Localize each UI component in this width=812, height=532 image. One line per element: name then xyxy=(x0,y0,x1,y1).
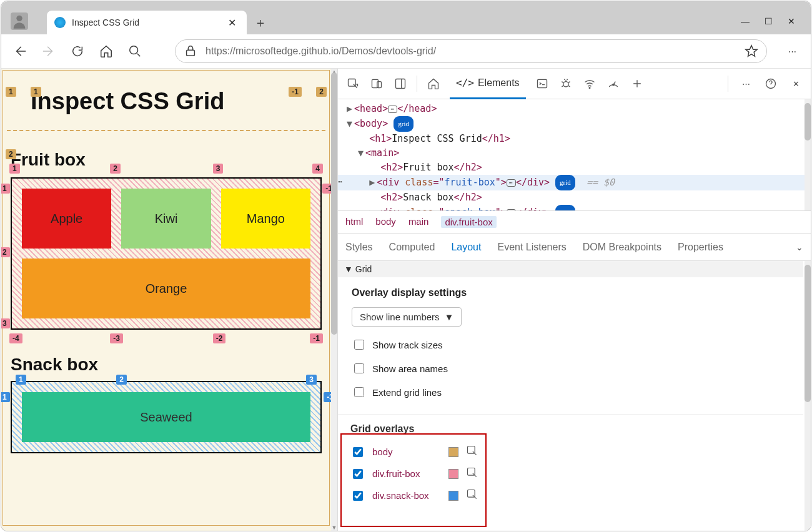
fruit-col-marker: -3 xyxy=(110,333,123,343)
fruit-col-marker: -1 xyxy=(310,333,323,343)
new-tab-button[interactable]: ＋ xyxy=(250,12,271,33)
maximize-icon[interactable]: ☐ xyxy=(765,16,773,26)
crumb-item[interactable]: body xyxy=(375,216,396,228)
inspect-element-icon[interactable] xyxy=(345,76,360,91)
svg-point-0 xyxy=(16,15,22,21)
crumb-item-selected[interactable]: div.fruit-box xyxy=(441,216,496,228)
dock-side-icon[interactable] xyxy=(393,76,408,91)
sidebar-panes: Styles Computed Layout Event Listeners D… xyxy=(338,234,811,261)
nav-bar: https://microsoftedge.github.io/Demos/de… xyxy=(1,34,811,69)
rendered-page: 1 1 -1 2 Inspect CSS Grid 2 Fruit box 1 … xyxy=(1,69,331,531)
overlay-checkbox[interactable] xyxy=(353,469,363,479)
profile-avatar-icon[interactable] xyxy=(11,12,28,30)
pane-properties[interactable]: Properties xyxy=(678,242,723,253)
close-window-icon[interactable]: ✕ xyxy=(788,16,795,26)
overlay-item-fruit: div.fruit-box xyxy=(350,463,791,485)
crumb-item[interactable]: main xyxy=(408,216,429,228)
reveal-element-icon[interactable] xyxy=(466,488,478,503)
chevron-down-icon[interactable]: ⌄ xyxy=(796,242,803,252)
menu-icon[interactable]: ⋯ xyxy=(785,44,800,59)
browser-tab[interactable]: Inspect CSS Grid ✕ xyxy=(47,11,247,34)
snack-row-marker: -3 xyxy=(324,392,331,402)
more-tabs-icon[interactable] xyxy=(630,76,645,91)
dom-tree[interactable]: ▶<head>⋯</head> ▼<body> grid <h1>Inspect… xyxy=(338,99,811,210)
settings-dots-icon[interactable]: ⋯ xyxy=(738,76,753,91)
pane-computed[interactable]: Computed xyxy=(389,242,435,253)
pane-styles[interactable]: Styles xyxy=(345,242,373,253)
favorite-star-icon[interactable] xyxy=(744,44,759,59)
body-row-marker: 2 xyxy=(6,149,16,159)
devtools-panel: </> Elements ⋯ ✕ ▶<head>⋯</head> ▼<bod xyxy=(337,69,811,531)
body-grid-line xyxy=(7,130,325,131)
check-area-names[interactable]: Show area names xyxy=(352,357,790,380)
body-col-marker: 1 xyxy=(6,87,16,97)
reveal-element-icon[interactable] xyxy=(466,466,478,481)
overlay-color-swatch[interactable] xyxy=(448,491,458,501)
snack-grid: Seaweed xyxy=(11,381,322,453)
network-icon[interactable] xyxy=(582,76,597,91)
elements-tab[interactable]: </> Elements xyxy=(450,69,526,99)
svg-point-10 xyxy=(612,84,614,86)
fruit-col-marker: -2 xyxy=(213,333,226,343)
device-toggle-icon[interactable] xyxy=(369,76,384,91)
fruit-mango: Mango xyxy=(221,189,310,249)
fruit-orange: Orange xyxy=(22,259,310,318)
sources-bug-icon[interactable] xyxy=(558,76,573,91)
body-col-marker: 2 xyxy=(316,87,327,97)
home-icon[interactable] xyxy=(99,44,114,59)
page-scrollbar[interactable]: ▲ ▼ xyxy=(331,69,337,531)
fruit-col-marker: 2 xyxy=(110,164,121,174)
address-bar[interactable]: https://microsoftedge.github.io/Demos/de… xyxy=(175,39,767,63)
overlay-settings-heading: Overlay display settings xyxy=(352,287,790,298)
fruit-kiwi: Kiwi xyxy=(121,189,210,249)
close-devtools-icon[interactable]: ✕ xyxy=(788,76,803,91)
refresh-icon[interactable] xyxy=(70,44,85,59)
edge-favicon-icon xyxy=(54,17,66,28)
body-col-marker: -1 xyxy=(289,87,302,97)
reveal-element-icon[interactable] xyxy=(466,445,478,459)
help-icon[interactable] xyxy=(763,76,778,91)
search-icon[interactable] xyxy=(127,44,142,59)
pane-event-listeners[interactable]: Event Listeners xyxy=(497,242,566,253)
tab-title: Inspect CSS Grid xyxy=(72,17,218,27)
lock-icon[interactable] xyxy=(183,44,198,59)
welcome-icon[interactable] xyxy=(426,76,441,91)
grid-overlays-section: Grid overlays body div.fruit-box xyxy=(338,415,803,515)
fruit-row-marker: 3 xyxy=(1,318,10,328)
scrollbar-thumb[interactable] xyxy=(331,72,337,335)
snack-seaweed: Seaweed xyxy=(22,392,310,442)
tab-close-icon[interactable]: ✕ xyxy=(224,15,239,30)
overlay-checkbox[interactable] xyxy=(353,491,363,501)
overlay-checkbox[interactable] xyxy=(353,447,363,457)
fruit-row-marker: 1 xyxy=(1,184,10,194)
fruit-col-marker: 4 xyxy=(312,164,323,174)
grid-section-header[interactable]: ▼ Grid xyxy=(338,261,803,277)
fruit-apple: Apple xyxy=(22,189,111,249)
snack-col-marker: 3 xyxy=(306,375,317,385)
fruit-row-marker: 2 xyxy=(1,247,10,257)
fruit-box-wrapper: 1 2 3 4 1 2 3 -1 -4 -3 -2 -1 Appl xyxy=(11,177,322,330)
body-col-marker: 1 xyxy=(31,87,41,97)
performance-icon[interactable] xyxy=(606,76,621,91)
back-icon[interactable] xyxy=(12,44,27,59)
pane-dom-breakpoints[interactable]: DOM Breakpoints xyxy=(583,242,661,253)
tab-bar: Inspect CSS Grid ✕ ＋ — ☐ ✕ xyxy=(1,1,811,34)
check-track-sizes[interactable]: Show track sizes xyxy=(352,333,790,357)
dom-selected-row[interactable]: ▶<div class="fruit-box">⋯</div> grid == … xyxy=(338,175,811,190)
dom-scrollbar[interactable] xyxy=(805,99,811,210)
minimize-icon[interactable]: — xyxy=(741,16,750,26)
svg-rect-6 xyxy=(396,79,405,89)
overlay-color-swatch[interactable] xyxy=(448,469,458,479)
check-extend-lines[interactable]: Extend grid lines xyxy=(352,380,790,404)
snack-col-marker: 2 xyxy=(116,375,127,385)
pane-layout[interactable]: Layout xyxy=(451,242,481,253)
snack-row-marker: 1 xyxy=(1,392,10,402)
layout-scrollbar[interactable] xyxy=(805,261,811,531)
url-text: https://microsoftedge.github.io/Demos/de… xyxy=(205,46,736,57)
fruit-col-marker: 3 xyxy=(213,164,224,174)
overlay-color-swatch[interactable] xyxy=(448,447,458,457)
line-numbers-dropdown[interactable]: Show line numbers ▼ xyxy=(352,307,462,327)
crumb-item[interactable]: html xyxy=(345,216,363,228)
svg-rect-2 xyxy=(187,50,195,56)
console-icon[interactable] xyxy=(535,76,550,91)
